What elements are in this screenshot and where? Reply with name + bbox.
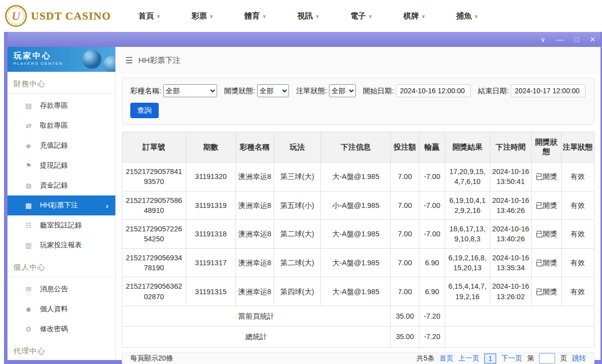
nav-label: 彩票	[191, 11, 207, 21]
sidebar-item-deposit[interactable]: ▤ 存款專區	[7, 96, 115, 116]
page-suffix-text: 页	[560, 354, 567, 363]
maximize-icon[interactable]: □	[575, 36, 579, 43]
sidebar-item-bet-report[interactable]: ▥ 玩家投注報表	[7, 235, 115, 255]
cell-draw-status: 已開獎	[532, 277, 562, 306]
col-header-draw-status: 開獎狀態	[532, 132, 562, 163]
gear-icon: ⚙	[24, 325, 32, 333]
table-row: 2152172905636202870 31191315 澳洲幸运8 第四球(大…	[122, 277, 595, 306]
cell-amount: 7.00	[391, 248, 419, 277]
sidebar-decoration	[103, 56, 115, 72]
nav-item-sports[interactable]: 體育 ∨	[245, 11, 267, 21]
funds-icon: ◍	[24, 182, 32, 189]
cell-order: 2152172905636202870	[122, 277, 186, 306]
cell-winloss: 6.90	[419, 277, 445, 306]
recharge-icon: ◈	[24, 142, 32, 150]
cell-draw-status: 已開獎	[532, 191, 562, 220]
sidebar-item-announcements[interactable]: ✉ 消息公告	[7, 279, 115, 299]
lottery-bets-icon: ▦	[24, 201, 32, 209]
first-page-link[interactable]: 首页	[439, 354, 453, 363]
chevron-down-icon: ∨	[263, 13, 267, 19]
end-date-input[interactable]	[511, 84, 586, 97]
grand-summary-label: 總統計	[122, 327, 391, 347]
sidebar-item-label: 消息公告	[40, 285, 68, 294]
close-icon[interactable]: ✕	[590, 36, 596, 43]
collapse-icon[interactable]: ∨	[541, 36, 546, 43]
cell-draw-status: 已開獎	[532, 220, 562, 249]
col-header-period: 期數	[186, 132, 236, 163]
lottery-name-label: 彩種名稱:	[130, 86, 161, 96]
cell-draw-status: 已開獎	[532, 163, 562, 191]
logo-letter: U	[11, 9, 20, 23]
cell-time: 2024-10-16 13:40:26	[490, 220, 531, 249]
casino-logo-icon: U	[5, 5, 27, 27]
page-jump-input[interactable]	[539, 353, 555, 364]
nav-item-slots[interactable]: 電子 ∨	[350, 11, 372, 21]
cell-result: 6,19,2,16,8,15,20,13	[445, 248, 490, 277]
cell-result: 17,20,9,15,4,7,6,10	[445, 163, 490, 191]
sidebar-item-funds-record[interactable]: ◍ 資金記錄	[7, 176, 115, 195]
cell-period: 31191318	[186, 220, 236, 249]
current-page-button[interactable]: 1	[484, 354, 496, 364]
sidebar-item-label: 修改密碼	[40, 325, 68, 334]
sidebar-item-withdraw[interactable]: ⇄ 取款專區	[7, 116, 115, 136]
sidebar-item-change-password[interactable]: ⚙ 修改密碼	[7, 319, 115, 339]
lottery-name-select[interactable]: 全部	[163, 84, 217, 97]
main-nav: 首頁 ∨ 彩票 ∨ 體育 ∨ 視訊 ∨ 電子 ∨ 棋牌 ∨ 捕魚 ∨	[138, 11, 478, 21]
hall-record-icon: ☷	[24, 221, 32, 229]
grand-summary-winloss: -7.20	[419, 327, 445, 347]
sidebar-item-profile[interactable]: ☻ 個人資料	[7, 299, 115, 319]
cell-amount: 7.00	[391, 220, 419, 249]
brand-text: USDT CASINO	[31, 9, 111, 22]
table-header-row: 訂單號 期數 彩種名稱 玩法 下注信息 投注額 輸贏 開獎結果 下注時間 開獎狀…	[122, 132, 595, 163]
query-button[interactable]: 查詢	[130, 103, 159, 118]
nav-item-live[interactable]: 視訊 ∨	[298, 11, 319, 21]
cell-draw-status: 已開獎	[532, 248, 562, 277]
sidebar-item-label: 廳室投註記錄	[40, 221, 82, 230]
cell-play: 第四球(大)	[274, 277, 321, 306]
withdraw-icon: ⇄	[24, 122, 32, 130]
order-status-select[interactable]: 全部	[329, 84, 356, 97]
sidebar-item-cashout-record[interactable]: ⚑ 提現記錄	[7, 156, 115, 176]
next-page-link[interactable]: 下一页	[501, 354, 522, 363]
brand[interactable]: U USDT CASINO	[5, 5, 111, 27]
sidebar-item-hh-lottery-bets[interactable]: ▦ HH彩票下注 ›	[7, 195, 115, 215]
pagination-bar: 每頁顯示20條 共5条 首页 上一页 1 下一页 第 页 跳转	[122, 353, 595, 364]
grand-summary-empty	[445, 327, 595, 347]
col-header-amount: 投注額	[391, 132, 419, 163]
chevron-down-icon: ∨	[209, 13, 213, 19]
sidebar-item-recharge-record[interactable]: ◈ 充值記錄	[7, 136, 115, 156]
total-count-text: 共5条	[416, 354, 434, 363]
prev-page-link[interactable]: 上一页	[458, 354, 479, 363]
cell-period: 31191320	[186, 163, 236, 191]
cell-bet-info: 大-A盤@1.985	[321, 163, 391, 191]
end-date-label: 結束日期:	[478, 86, 509, 96]
order-status-label: 注單狀態:	[296, 86, 327, 96]
col-header-result: 開獎結果	[445, 132, 490, 163]
main-content: ☰ HH彩票下注 彩種名稱: 全部 開獎狀態: 全部 注單狀態: 全部	[116, 47, 601, 360]
hamburger-menu-icon[interactable]: ☰	[125, 55, 133, 66]
col-header-time: 下注時間	[490, 132, 531, 163]
report-icon: ▥	[24, 241, 32, 249]
jump-link[interactable]: 跳转	[572, 354, 586, 363]
nav-item-home[interactable]: 首頁 ∨	[138, 11, 160, 21]
draw-status-select[interactable]: 全部	[257, 84, 289, 97]
sidebar-item-hall-bet-record[interactable]: ☷ 廳室投註記錄	[7, 215, 115, 235]
nav-item-cards[interactable]: 棋牌 ∨	[403, 11, 425, 21]
nav-item-lottery[interactable]: 彩票 ∨	[191, 11, 213, 21]
cell-winloss: -7.00	[419, 191, 445, 220]
minimize-icon[interactable]: —	[557, 36, 564, 43]
cell-result: 6,15,4,14,7,19,2,16	[445, 277, 490, 306]
cell-play: 第三球(大)	[274, 163, 321, 191]
cell-bet-info: 大-A盤@1.985	[321, 248, 391, 277]
chevron-down-icon: ∨	[421, 13, 425, 19]
nav-label: 視訊	[298, 11, 313, 21]
cell-order-status: 有效	[561, 163, 594, 191]
chevron-right-icon: ›	[106, 201, 108, 210]
cell-order: 2152172905758648910	[122, 191, 186, 220]
start-date-input[interactable]	[396, 84, 471, 97]
cell-order-status: 有效	[561, 191, 594, 220]
player-center-window: ∨ — □ ✕ 玩家中心 PLAYERS CENTER 財務中心 ▤ 存款專區 …	[4, 32, 602, 364]
cell-play: 第五球(小)	[274, 191, 321, 220]
nav-item-fishing[interactable]: 捕魚 ∨	[456, 11, 478, 21]
nav-label: 捕魚	[456, 11, 472, 21]
